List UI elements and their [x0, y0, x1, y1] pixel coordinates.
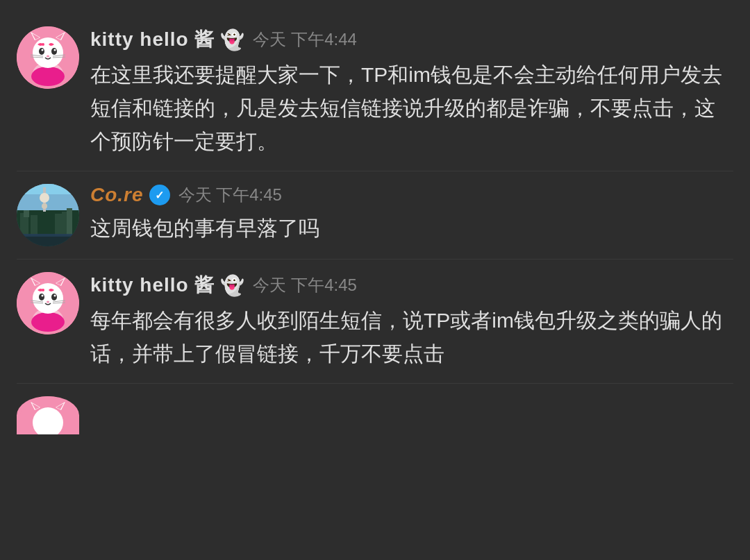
timestamp: 今天 下午4:44 — [253, 28, 356, 51]
message-text: 每年都会有很多人收到陌生短信，说TP或者im钱包升级之类的骗人的话，并带上了假冒… — [90, 304, 733, 371]
svg-point-42 — [39, 294, 44, 300]
svg-rect-26 — [24, 210, 29, 217]
svg-point-8 — [39, 48, 44, 55]
verified-badge-icon: ✓ — [149, 185, 170, 205]
svg-rect-30 — [67, 208, 72, 235]
partial-message-block — [11, 384, 739, 440]
username: kitty hello 酱 — [90, 26, 215, 53]
svg-point-12 — [47, 56, 49, 58]
svg-rect-32 — [17, 234, 79, 237]
svg-rect-27 — [31, 215, 38, 235]
username-core: Co.re — [90, 184, 144, 206]
svg-point-36 — [31, 312, 65, 332]
svg-point-46 — [47, 301, 49, 303]
message-block: kitty hello 酱 👻 今天 下午4:45 每年都会有很多人收到陌生短信… — [11, 260, 739, 383]
timestamp: 今天 下午4:45 — [253, 274, 356, 296]
svg-point-47 — [42, 289, 44, 291]
chat-container: kitty hello 酱 👻 今天 下午4:44 在这里我还要提醒大家一下，T… — [0, 0, 750, 454]
svg-point-45 — [54, 295, 56, 297]
svg-point-43 — [51, 294, 57, 300]
message-content: kitty hello 酱 👻 今天 下午4:45 每年都会有很多人收到陌生短信… — [90, 272, 733, 371]
svg-point-44 — [42, 295, 44, 297]
timestamp: 今天 下午4:45 — [178, 184, 282, 206]
avatar — [17, 26, 79, 89]
svg-point-11 — [54, 49, 56, 51]
svg-point-37 — [33, 283, 63, 314]
message-block: kitty hello 酱 👻 今天 下午4:44 在这里我还要提醒大家一下，T… — [11, 14, 739, 171]
svg-point-3 — [33, 37, 63, 68]
message-content: Co.re ✓ 今天 下午4:45 这周钱包的事有早落了吗 — [90, 184, 733, 246]
message-header: Co.re ✓ 今天 下午4:45 — [90, 184, 733, 206]
avatar — [17, 272, 79, 334]
svg-point-24 — [42, 203, 47, 209]
message-header: kitty hello 酱 👻 今天 下午4:44 — [90, 26, 733, 53]
ghost-badge-icon: 👻 — [220, 274, 244, 297]
svg-point-2 — [31, 67, 65, 86]
ghost-badge-icon: 👻 — [220, 28, 244, 51]
svg-rect-20 — [17, 184, 79, 194]
svg-point-10 — [42, 49, 44, 51]
svg-point-9 — [51, 48, 57, 55]
username: kitty hello 酱 — [90, 272, 215, 298]
partial-avatar — [17, 396, 79, 434]
message-text: 这周钱包的事有早落了吗 — [90, 212, 733, 245]
svg-point-13 — [42, 43, 44, 46]
message-block: Co.re ✓ 今天 下午4:45 这周钱包的事有早落了吗 — [11, 171, 739, 259]
message-text: 在这里我还要提醒大家一下，TP和im钱包是不会主动给任何用户发去短信和链接的，凡… — [90, 58, 733, 158]
avatar — [17, 184, 79, 246]
message-content: kitty hello 酱 👻 今天 下午4:44 在这里我还要提醒大家一下，T… — [90, 26, 733, 158]
svg-point-23 — [40, 193, 49, 203]
message-header: kitty hello 酱 👻 今天 下午4:45 — [90, 272, 733, 298]
